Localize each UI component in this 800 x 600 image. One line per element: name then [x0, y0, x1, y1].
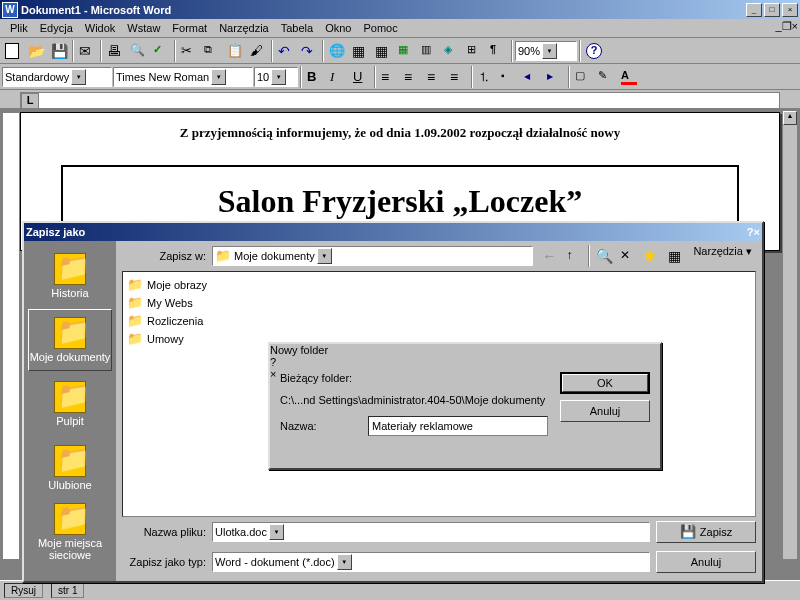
list-item[interactable]: Moje obrazy [127, 276, 751, 294]
menu-bar: Plik Edycja Widok Wstaw Format Narzędzia… [0, 19, 800, 38]
menu-narzedzia[interactable]: Narzędzia [213, 20, 275, 36]
numbered-list-button[interactable] [475, 66, 497, 88]
decrease-indent-button[interactable] [521, 66, 543, 88]
up-one-level-button[interactable] [563, 245, 585, 267]
filetype-combo[interactable]: Word - dokument (*.doc)▼ [212, 552, 650, 572]
close-button[interactable]: × [782, 3, 798, 17]
minimize-button[interactable]: _ [746, 3, 762, 17]
insert-excel-button[interactable] [395, 40, 417, 62]
place-desktop[interactable]: Pulpit [28, 373, 112, 435]
folder-icon [215, 248, 231, 264]
border-button[interactable] [572, 66, 594, 88]
cut-button[interactable] [178, 40, 200, 62]
save-as-help-button[interactable]: ? [747, 226, 754, 238]
maximize-button[interactable]: □ [764, 3, 780, 17]
tables-borders-button[interactable] [349, 40, 371, 62]
redo-button[interactable] [298, 40, 320, 62]
place-history[interactable]: Historia [28, 245, 112, 307]
save-icon [680, 524, 696, 540]
highlight-button[interactable] [595, 66, 617, 88]
doc-intro-line: Z przyjemnością informujemy, że od dnia … [61, 125, 739, 141]
font-color-button[interactable] [618, 66, 640, 88]
mdi-restore-button[interactable]: ❐ [782, 20, 792, 33]
favorites-icon [54, 445, 86, 477]
align-center-button[interactable] [401, 66, 423, 88]
app-title: Dokument1 - Microsoft Word [21, 4, 744, 16]
bold-button[interactable] [304, 66, 326, 88]
align-left-button[interactable] [378, 66, 400, 88]
status-page: str 1 [51, 583, 84, 598]
save-button[interactable] [48, 40, 70, 62]
folder-name-input[interactable] [368, 416, 548, 436]
filename-combo[interactable]: Ulotka.doc▼ [212, 522, 650, 542]
italic-button[interactable] [327, 66, 349, 88]
doc-map-button[interactable] [464, 40, 486, 62]
delete-button[interactable] [617, 245, 639, 267]
paste-button[interactable] [224, 40, 246, 62]
font-combo[interactable]: Times New Roman▼ [113, 67, 253, 87]
new-folder-button[interactable] [641, 245, 663, 267]
save-in-combo[interactable]: Moje dokumenty▼ [212, 246, 533, 266]
drawing-button[interactable] [441, 40, 463, 62]
menu-edycja[interactable]: Edycja [34, 20, 79, 36]
save-as-title: Zapisz jako [26, 226, 85, 238]
columns-button[interactable] [418, 40, 440, 62]
cancel-save-button[interactable]: Anuluj [656, 551, 756, 573]
mdi-close-button[interactable]: × [792, 20, 798, 33]
hyperlink-button[interactable] [326, 40, 348, 62]
back-button[interactable] [539, 245, 561, 267]
menu-widok[interactable]: Widok [79, 20, 122, 36]
list-item[interactable]: Rozliczenia [127, 312, 751, 330]
new-doc-button[interactable] [2, 40, 24, 62]
tools-menu[interactable]: Narzędzia ▾ [689, 245, 756, 267]
show-para-button[interactable] [487, 40, 509, 62]
doc-headline: Salon Fryzjerski „Loczek” [71, 183, 729, 220]
undo-button[interactable] [275, 40, 297, 62]
menu-format[interactable]: Format [166, 20, 213, 36]
save-in-label: Zapisz w: [122, 250, 206, 262]
scroll-up-button[interactable]: ▲ [783, 111, 797, 125]
bullet-list-button[interactable] [498, 66, 520, 88]
menu-wstaw[interactable]: Wstaw [121, 20, 166, 36]
format-painter-button[interactable] [247, 40, 269, 62]
style-combo[interactable]: Standardowy▼ [2, 67, 112, 87]
places-bar: Historia Moje dokumenty Pulpit Ulubione … [24, 241, 116, 581]
increase-indent-button[interactable] [544, 66, 566, 88]
insert-table-button[interactable] [372, 40, 394, 62]
save-file-button[interactable]: Zapisz [656, 521, 756, 543]
save-as-close-button[interactable]: × [754, 226, 760, 238]
draw-tab[interactable]: Rysuj [4, 583, 43, 598]
status-bar: Rysuj str 1 [0, 580, 800, 600]
align-right-button[interactable] [424, 66, 446, 88]
menu-tabela[interactable]: Tabela [275, 20, 319, 36]
spellcheck-button[interactable] [150, 40, 172, 62]
underline-button[interactable] [350, 66, 372, 88]
place-network[interactable]: Moje miejsca sieciowe [28, 501, 112, 563]
copy-button[interactable] [201, 40, 223, 62]
zoom-combo[interactable]: 90%▼ [515, 41, 577, 61]
dialog-toolbar: Narzędzia ▾ [539, 245, 756, 267]
menu-pomoc[interactable]: Pomoc [357, 20, 403, 36]
menu-plik[interactable]: Plik [4, 20, 34, 36]
align-justify-button[interactable] [447, 66, 469, 88]
print-preview-button[interactable] [127, 40, 149, 62]
formatting-toolbar: Standardowy▼ Times New Roman▼ 10▼ [0, 64, 800, 90]
vertical-ruler[interactable] [2, 112, 20, 560]
open-button[interactable] [25, 40, 47, 62]
views-button[interactable] [665, 245, 687, 267]
place-mydocs[interactable]: Moje dokumenty [28, 309, 112, 371]
vertical-scrollbar[interactable]: ▲ [782, 110, 798, 560]
menu-okno[interactable]: Okno [319, 20, 357, 36]
folder-icon [127, 313, 143, 329]
place-favorites[interactable]: Ulubione [28, 437, 112, 499]
list-item[interactable]: My Webs [127, 294, 751, 312]
print-button[interactable] [104, 40, 126, 62]
font-size-combo[interactable]: 10▼ [254, 67, 298, 87]
ok-button[interactable]: OK [560, 372, 650, 394]
search-web-button[interactable] [593, 245, 615, 267]
new-folder-dialog: Nowy folder ? × Bieżący folder: C:\...nd… [268, 342, 662, 470]
cancel-button[interactable]: Anuluj [560, 400, 650, 422]
folder-icon [127, 277, 143, 293]
help-button[interactable] [583, 40, 605, 62]
mail-button[interactable] [76, 40, 98, 62]
